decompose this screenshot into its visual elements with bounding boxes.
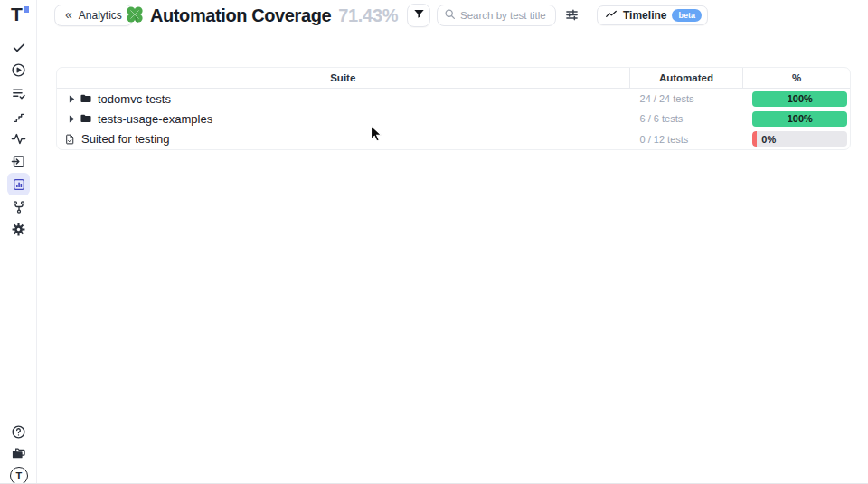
timeline-button-label: Timeline (623, 9, 666, 22)
sidebar-item-import[interactable] (7, 150, 30, 173)
suite-name[interactable]: tests-usage-examples (98, 112, 212, 126)
funnel-icon (413, 8, 425, 23)
filter-button[interactable] (407, 4, 430, 27)
list-check-icon (11, 86, 26, 101)
double-chevron-left-icon: « (65, 8, 72, 21)
clover-icon (125, 5, 145, 24)
folders-icon (11, 446, 26, 461)
app-window: T (0, 0, 868, 484)
back-button-label: Analytics (79, 9, 122, 22)
percent-cell: 0% (742, 131, 850, 147)
table-row[interactable]: Suited for testing 0 / 12 tests 0% (57, 129, 850, 149)
app-logo[interactable]: T (8, 5, 30, 26)
suite-name[interactable]: Suited for testing (81, 132, 170, 146)
search-icon (444, 7, 456, 24)
coverage-bar-label: 100% (788, 93, 813, 104)
column-header-percent: % (742, 68, 850, 88)
gear-icon (11, 222, 26, 237)
column-settings-button[interactable] (563, 7, 580, 24)
page-title: Automation Coverage 71.43% (150, 5, 398, 26)
beta-badge: beta (672, 9, 702, 22)
sidebar-item-projects[interactable] (7, 442, 30, 465)
import-icon (11, 154, 26, 169)
sidebar-item-plans[interactable] (7, 82, 30, 105)
sidebar-item-runs[interactable] (7, 59, 30, 81)
suite-cell: tests-usage-examples (57, 112, 629, 126)
page-title-text: Automation Coverage (150, 5, 331, 26)
timeline-button[interactable]: Timeline beta (597, 5, 708, 25)
avatar: T (10, 467, 28, 484)
suite-cell: todomvc-tests (57, 92, 629, 106)
expand-caret-icon[interactable] (69, 94, 76, 103)
folder-icon (80, 92, 92, 105)
logo-letter: T (11, 4, 22, 25)
coverage-bar: 0% (752, 131, 847, 147)
pulse-icon (11, 131, 26, 147)
search-box (437, 5, 556, 26)
sidebar-item-pulse[interactable] (7, 128, 30, 150)
help-circle-icon (11, 424, 26, 440)
table-row[interactable]: todomvc-tests 24 / 24 tests 100% (57, 89, 850, 109)
column-header-suite: Suite (57, 68, 629, 88)
folder-icon (80, 112, 92, 125)
bar-chart-icon (12, 177, 26, 192)
check-icon (12, 41, 26, 55)
suite-cell: Suited for testing (57, 132, 629, 146)
sidebar-item-analytics[interactable] (7, 173, 30, 195)
sidebar-item-settings[interactable] (7, 218, 30, 241)
file-check-icon (64, 133, 76, 146)
sidebar-item-tests[interactable] (7, 36, 30, 59)
coverage-bar-label: 0% (761, 134, 776, 145)
sidebar-item-account[interactable]: T (7, 464, 30, 484)
coverage-bar: 100% (752, 91, 847, 107)
play-circle-icon (11, 62, 26, 78)
coverage-bar: 100% (752, 111, 847, 127)
column-header-automated: Automated (629, 68, 743, 88)
search-input[interactable] (460, 10, 550, 21)
table-header: Suite Automated % (57, 68, 850, 89)
table-row[interactable]: tests-usage-examples 6 / 6 tests 100% (57, 109, 850, 128)
percent-cell: 100% (742, 111, 850, 127)
stairs-icon (12, 109, 26, 124)
back-to-analytics-button[interactable]: « Analytics (54, 5, 133, 26)
branch-icon (12, 200, 26, 214)
suite-name[interactable]: todomvc-tests (98, 92, 171, 106)
percent-cell: 100% (742, 91, 850, 107)
logo-accent (24, 6, 29, 13)
sidebar-item-help[interactable] (7, 421, 30, 443)
automated-cell: 0 / 12 tests (629, 134, 743, 145)
sidebar-item-steps[interactable] (7, 105, 30, 128)
expand-caret-icon[interactable] (69, 114, 76, 123)
coverage-table: Suite Automated % todomvc-tests 24 / 24 … (56, 67, 851, 150)
sidebar: T (0, 0, 37, 484)
sliders-icon (564, 7, 580, 25)
coverage-percent-value: 71.43% (338, 5, 398, 26)
sidebar-item-branches[interactable] (7, 195, 30, 218)
coverage-bar-label: 100% (788, 113, 813, 124)
automated-cell: 24 / 24 tests (629, 93, 743, 104)
trending-line-icon (605, 8, 618, 24)
automated-cell: 6 / 6 tests (629, 113, 743, 124)
